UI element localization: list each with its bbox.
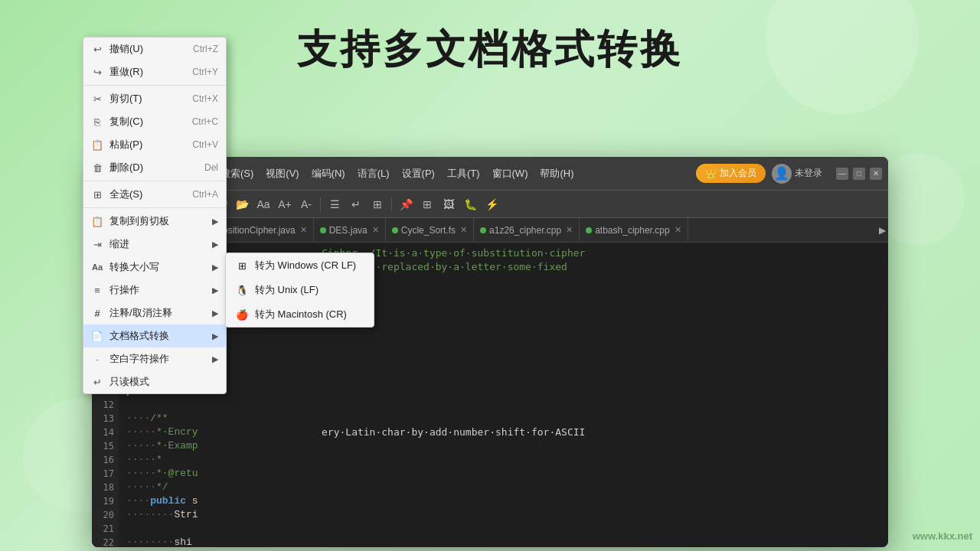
vip-label: 加入会员	[720, 167, 756, 180]
toolbar-run[interactable]: ⚡	[482, 194, 501, 214]
ctx-delete-shortcut: Del	[204, 162, 218, 173]
ctx-copy-label: 复制(C)	[109, 115, 186, 129]
toolbar-font-down[interactable]: A-	[296, 194, 316, 214]
docformat-icon: 📄	[91, 330, 103, 342]
sub-windows[interactable]: ⊞ 转为 Windows (CR LF)	[226, 253, 374, 278]
toolbar-image[interactable]: 🖼	[439, 194, 459, 214]
context-menu: ↩ 撤销(U) Ctrl+Z ↪ 重做(R) Ctrl+Y ✂ 剪切(T) Ct…	[83, 37, 227, 394]
ctx-delete[interactable]: 🗑 删除(D) Del	[83, 156, 226, 179]
comment-icon: #	[91, 307, 103, 319]
ctx-copy[interactable]: ⎘ 复制(C) Ctrl+C	[83, 110, 226, 133]
ctx-clipboard-label: 复制到剪切板	[109, 214, 206, 228]
maximize-button[interactable]: □	[853, 168, 865, 180]
unix-icon: 🐧	[235, 283, 249, 297]
tab-dot-a1z26	[480, 227, 486, 233]
bg-decoration-1	[766, 0, 919, 115]
menu-tools[interactable]: 工具(T)	[441, 164, 486, 184]
sub-mac-label: 转为 Macintosh (CR)	[255, 308, 347, 321]
toolbar-list[interactable]: ☰	[325, 194, 345, 214]
mac-icon: 🍎	[235, 308, 249, 321]
tab-label-cyclesort: Cycle_Sort.fs	[401, 225, 456, 236]
toolbar-debug[interactable]: 🐛	[460, 194, 480, 214]
vip-button[interactable]: 👑 加入会员	[696, 164, 766, 183]
title-bar-right: 👑 加入会员 👤 未登录 — □ ✕	[696, 164, 882, 184]
minimize-button[interactable]: —	[836, 168, 848, 180]
lineop-arrow-icon: ▶	[212, 285, 218, 295]
tab-label-des: DES.java	[329, 225, 368, 236]
paste-icon: 📋	[91, 139, 103, 151]
menu-settings[interactable]: 设置(P)	[396, 164, 441, 184]
ctx-sep-1	[83, 85, 226, 86]
watermark: www.kkx.net	[913, 530, 972, 542]
tab-close-atbash[interactable]: ✕	[675, 225, 681, 235]
menu-encode[interactable]: 编码(N)	[305, 164, 351, 184]
menu-language[interactable]: 语言(L)	[351, 164, 396, 184]
undo-icon: ↩	[91, 43, 103, 55]
indent-icon: ⇥	[91, 238, 103, 250]
menu-window[interactable]: 窗口(W)	[486, 164, 534, 184]
ctx-redo[interactable]: ↪ 重做(R) Ctrl+Y	[83, 60, 226, 83]
ctx-comment-label: 注释/取消注释	[109, 306, 206, 320]
tab-atbash[interactable]: atbash_cipher.cpp ✕	[580, 218, 688, 243]
ctx-cut-label: 剪切(T)	[109, 92, 186, 106]
delete-icon: 🗑	[91, 161, 103, 174]
ctx-sep-2	[83, 181, 226, 181]
avatar: 👤	[772, 164, 792, 184]
toolbar-wrap[interactable]: ↵	[346, 194, 366, 214]
sub-unix[interactable]: 🐧 转为 Unix (LF)	[226, 278, 374, 302]
ctx-lineop[interactable]: ≡ 行操作 ▶	[83, 279, 226, 302]
tabs-scroll-right[interactable]: ▶	[876, 225, 888, 236]
toolbar-pin[interactable]: 📌	[396, 194, 416, 214]
tab-des[interactable]: DES.java ✕	[314, 218, 386, 243]
ctx-copy-shortcut: Ctrl+C	[192, 116, 218, 127]
tab-close-transposition[interactable]: ✕	[300, 225, 307, 235]
toolbar-table[interactable]: ⊞	[417, 194, 437, 214]
whitespace-icon: ·	[91, 353, 103, 365]
ctx-docformat[interactable]: 📄 文档格式转换 ▶	[83, 324, 226, 347]
close-button[interactable]: ✕	[870, 168, 882, 180]
ctx-whitespace-label: 空白字符操作	[109, 352, 206, 366]
whitespace-arrow-icon: ▶	[212, 354, 218, 364]
ctx-clipboard[interactable]: 📋 复制到剪切板 ▶	[83, 210, 226, 233]
ctx-cut-shortcut: Ctrl+X	[192, 93, 218, 104]
toolbar-file-manager[interactable]: 📂	[232, 194, 252, 214]
toolbar-font-up[interactable]: A+	[275, 194, 295, 214]
ctx-redo-label: 重做(R)	[109, 65, 186, 79]
copy-icon: ⎘	[91, 116, 103, 128]
user-area: 👤 未登录	[772, 164, 822, 184]
tab-dot-cyclesort	[392, 227, 398, 233]
ctx-indent[interactable]: ⇥ 缩进 ▶	[83, 233, 226, 256]
case-icon: Aa	[91, 261, 103, 273]
ctx-selectall[interactable]: ⊞ 全选(S) Ctrl+A	[83, 183, 226, 206]
sub-mac[interactable]: 🍎 转为 Macintosh (CR)	[226, 302, 374, 327]
ctx-comment[interactable]: # 注释/取消注释 ▶	[83, 302, 226, 324]
ctx-paste[interactable]: 📋 粘贴(P) Ctrl+V	[83, 133, 226, 156]
ctx-selectall-label: 全选(S)	[109, 187, 186, 201]
menu-help[interactable]: 帮助(H)	[534, 164, 580, 184]
menu-view[interactable]: 视图(V)	[260, 164, 305, 184]
ctx-case-label: 转换大小写	[109, 260, 206, 274]
ctx-undo[interactable]: ↩ 撤销(U) Ctrl+Z	[83, 37, 226, 60]
toolbar-format[interactable]: Aa	[253, 194, 273, 214]
ctx-delete-label: 删除(D)	[109, 161, 198, 174]
tab-cyclesort[interactable]: Cycle_Sort.fs ✕	[386, 218, 474, 243]
ctx-readonly[interactable]: ↵ 只读模式	[83, 370, 226, 393]
login-label: 未登录	[795, 167, 822, 180]
toolbar-separator-3	[391, 197, 392, 211]
tab-a1z26[interactable]: a1z26_cipher.cpp ✕	[474, 218, 580, 243]
selectall-icon: ⊞	[91, 188, 103, 201]
ctx-whitespace[interactable]: · 空白字符操作 ▶	[83, 347, 226, 370]
ctx-lineop-label: 行操作	[109, 283, 206, 297]
ctx-cut[interactable]: ✂ 剪切(T) Ctrl+X	[83, 87, 226, 110]
clipboard-arrow-icon: ▶	[212, 217, 218, 227]
windows-icon: ⊞	[235, 259, 249, 272]
ctx-sep-3	[83, 207, 226, 208]
toolbar-columns[interactable]: ⊞	[368, 194, 387, 214]
case-arrow-icon: ▶	[212, 262, 218, 272]
ctx-case[interactable]: Aa 转换大小写 ▶	[83, 256, 226, 279]
tab-close-a1z26[interactable]: ✕	[566, 225, 573, 235]
tab-close-cyclesort[interactable]: ✕	[460, 225, 467, 235]
tab-close-des[interactable]: ✕	[372, 225, 379, 235]
tab-label-atbash: atbash_cipher.cpp	[595, 225, 669, 236]
tab-dot-des	[320, 227, 326, 233]
